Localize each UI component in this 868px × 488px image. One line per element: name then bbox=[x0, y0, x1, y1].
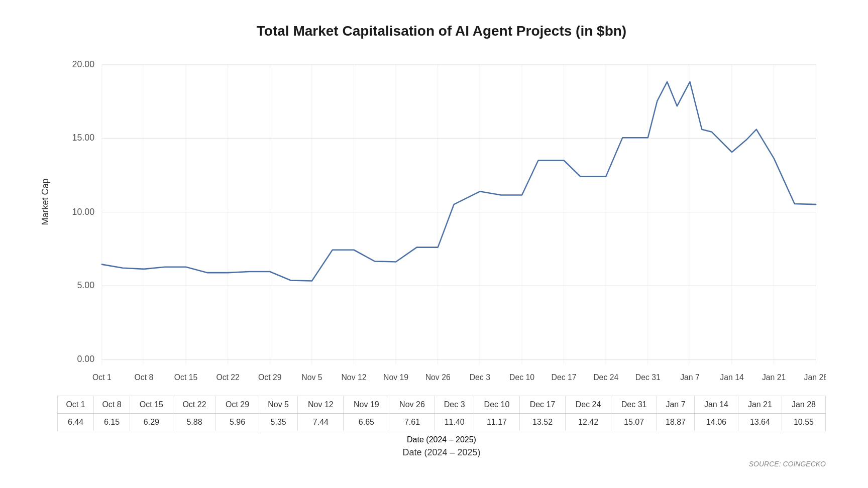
table-cell: Dec 31 bbox=[611, 396, 657, 414]
svg-text:10.00: 10.00 bbox=[72, 206, 94, 216]
svg-text:5.00: 5.00 bbox=[77, 280, 94, 290]
table-cell: Dec 10 bbox=[474, 396, 519, 414]
x-axis-label: Date (2024 – 2025) bbox=[57, 447, 826, 458]
svg-text:15.00: 15.00 bbox=[72, 133, 94, 143]
y-axis-label: Market Cap bbox=[40, 178, 51, 225]
table-cell: 14.06 bbox=[694, 414, 738, 431]
table-cell: 11.17 bbox=[474, 414, 519, 431]
table-cell: Nov 26 bbox=[389, 396, 435, 414]
table-cell: Dec 3 bbox=[435, 396, 474, 414]
table-cell: 13.64 bbox=[738, 414, 782, 431]
svg-text:Dec 24: Dec 24 bbox=[593, 373, 618, 382]
table-cell: 10.55 bbox=[782, 414, 825, 431]
table-cell: 12.42 bbox=[566, 414, 611, 431]
x-axis-label: Date (2024 – 2025) bbox=[57, 435, 826, 444]
table-cell: 6.29 bbox=[130, 414, 173, 431]
table-cell: Jan 7 bbox=[657, 396, 695, 414]
table-cell: Jan 28 bbox=[782, 396, 825, 414]
data-table: Oct 1 Oct 8 Oct 15 Oct 22 Oct 29 Nov 5 N… bbox=[57, 396, 826, 431]
svg-text:Oct 1: Oct 1 bbox=[92, 373, 112, 382]
table-cell: 6.44 bbox=[58, 414, 94, 431]
chart-line bbox=[102, 82, 816, 281]
svg-text:Oct 8: Oct 8 bbox=[135, 373, 154, 382]
table-cell: 15.07 bbox=[611, 414, 657, 431]
chart-title: Total Market Capitalisation of AI Agent … bbox=[57, 23, 826, 39]
chart-svg: 20.00 15.00 10.00 5.00 0.00 bbox=[57, 49, 826, 391]
table-cell: 11.40 bbox=[435, 414, 474, 431]
svg-text:Nov 12: Nov 12 bbox=[341, 373, 366, 382]
table-cell: 18.87 bbox=[657, 414, 695, 431]
table-cell: Oct 1 bbox=[58, 396, 94, 414]
svg-text:Dec 3: Dec 3 bbox=[470, 373, 490, 382]
table-cell: Dec 17 bbox=[519, 396, 565, 414]
table-cell: Oct 29 bbox=[216, 396, 259, 414]
table-cell: 13.52 bbox=[519, 414, 565, 431]
svg-text:Jan 21: Jan 21 bbox=[762, 373, 786, 382]
svg-text:Oct 22: Oct 22 bbox=[216, 373, 240, 382]
chart-container: Total Market Capitalisation of AI Agent … bbox=[12, 8, 856, 480]
svg-text:Dec 17: Dec 17 bbox=[552, 373, 577, 382]
svg-text:Jan 14: Jan 14 bbox=[720, 373, 743, 382]
svg-text:Nov 26: Nov 26 bbox=[425, 373, 451, 382]
table-cell: 5.35 bbox=[259, 414, 297, 431]
svg-text:Dec 10: Dec 10 bbox=[509, 373, 534, 382]
table-cell: Jan 21 bbox=[738, 396, 782, 414]
table-cell: 6.65 bbox=[344, 414, 389, 431]
table-dates-row: Oct 1 Oct 8 Oct 15 Oct 22 Oct 29 Nov 5 N… bbox=[58, 396, 826, 414]
svg-text:Jan 7: Jan 7 bbox=[680, 373, 700, 382]
svg-text:0.00: 0.00 bbox=[77, 354, 94, 364]
table-cell: 5.96 bbox=[216, 414, 259, 431]
table-cell: Nov 12 bbox=[298, 396, 344, 414]
svg-text:20.00: 20.00 bbox=[72, 59, 94, 69]
svg-text:Nov 19: Nov 19 bbox=[383, 373, 408, 382]
svg-text:Dec 31: Dec 31 bbox=[635, 373, 661, 382]
source-label: SOURCE: COINGECKO bbox=[57, 460, 826, 468]
svg-text:Oct 29: Oct 29 bbox=[258, 373, 282, 382]
svg-text:Jan 28: Jan 28 bbox=[804, 373, 826, 382]
table-cell: 7.44 bbox=[298, 414, 344, 431]
svg-text:Oct 15: Oct 15 bbox=[174, 373, 198, 382]
table-cell: Oct 8 bbox=[94, 396, 130, 414]
table-cell: Dec 24 bbox=[566, 396, 611, 414]
table-values-row: 6.44 6.15 6.29 5.88 5.96 5.35 7.44 6.65 … bbox=[58, 414, 826, 431]
table-cell: 6.15 bbox=[94, 414, 130, 431]
svg-text:Nov 5: Nov 5 bbox=[301, 373, 322, 382]
table-cell: Nov 5 bbox=[259, 396, 297, 414]
table-cell: Oct 22 bbox=[173, 396, 216, 414]
table-cell: Oct 15 bbox=[130, 396, 173, 414]
table-cell: Nov 19 bbox=[344, 396, 389, 414]
table-cell: 5.88 bbox=[173, 414, 216, 431]
table-cell: Jan 14 bbox=[694, 396, 738, 414]
table-cell: 7.61 bbox=[389, 414, 435, 431]
